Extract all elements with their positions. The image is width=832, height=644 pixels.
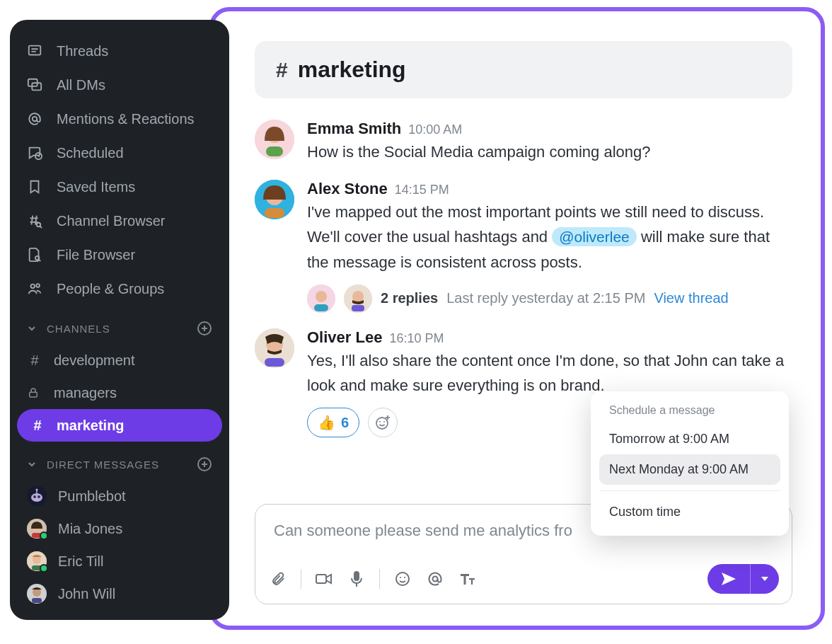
dm-mia-jones[interactable]: Mia Jones [10, 512, 229, 545]
message-text: I've mapped out the most important point… [307, 200, 792, 275]
nav-all-dms[interactable]: All DMs [10, 68, 229, 102]
nav-label: People & Groups [57, 281, 164, 297]
schedule-popup-title: Schedule a message [599, 404, 780, 424]
channel-development[interactable]: # development [10, 344, 229, 376]
reaction-thumbs-up[interactable]: 👍 6 [307, 408, 359, 437]
svg-point-24 [400, 577, 401, 578]
avatar [27, 584, 47, 604]
svg-point-52 [31, 493, 42, 502]
svg-point-23 [396, 573, 409, 585]
message-text: Yes, I'll also share the content once I'… [307, 348, 792, 398]
svg-rect-11 [352, 305, 364, 311]
all-dms-icon [27, 77, 42, 93]
main-chat-panel: # marketing Emma Smith 10:00 AM How is t… [209, 7, 825, 630]
schedule-option-next-monday[interactable]: Next Monday at 9:00 AM [599, 454, 780, 485]
svg-point-53 [33, 495, 36, 498]
dm-label: Mia Jones [58, 521, 122, 537]
dm-eric-till[interactable]: Eric Till [10, 545, 229, 577]
add-dm-button[interactable] [197, 456, 212, 472]
mention-button[interactable] [425, 569, 445, 589]
mention[interactable]: @oliverlee [552, 227, 637, 246]
avatar [27, 519, 47, 539]
nav-people-groups[interactable]: People & Groups [10, 272, 229, 306]
avatar[interactable] [255, 180, 294, 219]
svg-line-36 [31, 216, 33, 225]
presence-indicator [40, 531, 48, 540]
channel-label: marketing [57, 418, 125, 434]
nav-mentions[interactable]: Mentions & Reactions [10, 102, 229, 136]
avatar[interactable] [255, 120, 294, 159]
svg-point-15 [376, 418, 388, 429]
channel-marketing[interactable]: # marketing [17, 409, 222, 442]
channel-name: marketing [298, 57, 406, 83]
svg-rect-27 [29, 46, 41, 55]
schedule-popup: Schedule a message Tomorrow at 9:00 AM N… [591, 391, 789, 536]
channel-label: development [54, 352, 135, 369]
reaction-emoji: 👍 [318, 414, 335, 431]
channels-section-header[interactable]: CHANNELS [10, 313, 229, 344]
message-time: 10:00 AM [408, 122, 462, 137]
nav-label: All DMs [57, 77, 105, 93]
dm-pumblebot[interactable]: Pumblebot [10, 480, 229, 512]
mentions-icon [27, 111, 42, 127]
nav-scheduled[interactable]: Scheduled [10, 136, 229, 170]
nav-label: File Browser [57, 247, 135, 263]
svg-rect-14 [265, 358, 284, 367]
nav-label: Saved Items [57, 179, 135, 195]
message-author[interactable]: Oliver Lee [307, 328, 382, 347]
svg-point-54 [37, 495, 40, 498]
hash-icon: # [30, 418, 45, 434]
replies-count: 2 replies [381, 290, 438, 306]
channel-header[interactable]: # marketing [255, 41, 792, 98]
thread-summary[interactable]: 2 replies Last reply yesterday at 2:15 P… [307, 284, 792, 313]
channel-browser-icon [27, 213, 42, 229]
add-reaction-button[interactable] [368, 408, 398, 437]
emoji-button[interactable] [393, 569, 412, 589]
video-button[interactable] [314, 569, 334, 589]
svg-point-25 [404, 577, 405, 578]
nav-label: Channel Browser [57, 213, 165, 229]
attach-button[interactable] [268, 569, 288, 589]
avatar [27, 551, 47, 571]
svg-rect-20 [316, 575, 326, 583]
thread-avatar [344, 284, 372, 313]
svg-rect-21 [354, 571, 359, 581]
presence-indicator [40, 564, 48, 573]
svg-point-32 [33, 117, 37, 121]
nav-channel-browser[interactable]: Channel Browser [10, 204, 229, 238]
last-reply-time: Last reply yesterday at 2:15 PM [446, 290, 645, 306]
message-composer: Schedule a message Tomorrow at 9:00 AM N… [255, 504, 792, 604]
send-button[interactable] [707, 564, 779, 594]
message-list: Emma Smith 10:00 AM How is the Social Me… [255, 120, 792, 437]
message-text: How is the Social Media campaign coming … [307, 139, 792, 164]
section-title: DIRECT MESSAGES [47, 459, 159, 471]
nav-saved-items[interactable]: Saved Items [10, 170, 229, 204]
dm-label: Pumblebot [58, 488, 126, 505]
send-options-caret[interactable] [751, 564, 779, 594]
channel-managers[interactable]: managers [10, 376, 229, 409]
audio-button[interactable] [347, 569, 366, 589]
nav-file-browser[interactable]: File Browser [10, 238, 229, 272]
dm-label: John Will [58, 586, 115, 602]
dms-section-header[interactable]: DIRECT MESSAGES [10, 449, 229, 480]
svg-point-26 [433, 577, 438, 582]
avatar[interactable] [255, 328, 294, 368]
lock-icon [27, 386, 42, 399]
dm-john-will[interactable]: John Will [10, 577, 229, 610]
view-thread-link[interactable]: View thread [654, 290, 728, 306]
format-button[interactable] [458, 569, 478, 589]
message-author[interactable]: Alex Stone [307, 180, 388, 198]
message-time: 14:15 PM [395, 183, 449, 197]
bookmark-icon [27, 179, 42, 195]
threads-icon [27, 43, 42, 59]
add-channel-button[interactable] [197, 321, 212, 336]
message-author[interactable]: Emma Smith [307, 120, 401, 138]
people-icon [27, 281, 42, 297]
svg-rect-8 [314, 304, 328, 311]
message: Emma Smith 10:00 AM How is the Social Me… [255, 120, 792, 164]
schedule-option-custom[interactable]: Custom time [599, 497, 780, 527]
schedule-option-tomorrow[interactable]: Tomorrow at 9:00 AM [599, 424, 780, 454]
send-icon[interactable] [707, 564, 750, 594]
svg-point-42 [31, 284, 35, 289]
nav-threads[interactable]: Threads [10, 34, 229, 68]
